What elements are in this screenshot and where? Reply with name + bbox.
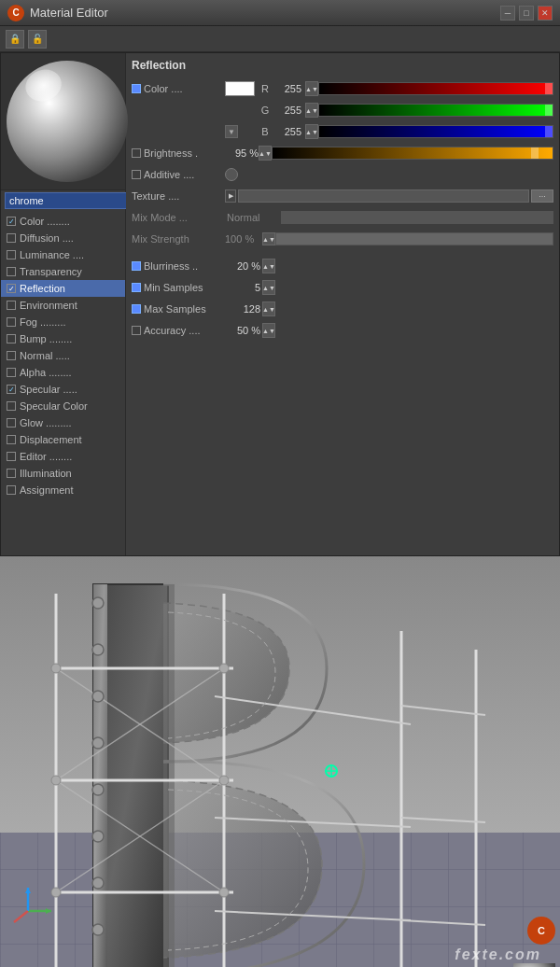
channel-fog[interactable]: Fog ......... (1, 314, 125, 330)
channel-assignment-check[interactable] (7, 485, 16, 495)
channel-normal-check[interactable] (7, 351, 16, 360)
left-panel: ◀ ▶ ● ✓ Color ........ Diffusion .... Lu… (1, 53, 126, 555)
mix-strength-bar[interactable] (275, 232, 553, 245)
channel-luminance-label: Luminance .... (20, 249, 119, 260)
channel-specular-color[interactable]: Specular Color (1, 398, 125, 414)
b-value: 255 (272, 126, 305, 137)
channel-normal[interactable]: Normal ..... (1, 347, 125, 364)
b-slider[interactable] (318, 125, 553, 138)
channel-glow[interactable]: Glow ......... (1, 414, 125, 431)
material-name-input[interactable] (5, 192, 143, 209)
g-label: G (259, 105, 272, 116)
svg-point-22 (51, 776, 61, 785)
channel-reflection-label: Reflection (20, 283, 119, 294)
brightness-label: Brightness . (132, 147, 225, 159)
mix-mode-value: Normal (225, 212, 281, 223)
svg-point-32 (92, 877, 104, 889)
channel-glow-check[interactable] (7, 418, 16, 427)
maximize-button[interactable]: □ (519, 6, 534, 21)
accuracy-check[interactable] (132, 326, 141, 335)
svg-marker-41 (25, 888, 31, 893)
blue-row: ▼ B 255 ▲▼ (132, 122, 553, 141)
channel-reflection-check[interactable]: ✓ (7, 284, 16, 293)
texture-arrow[interactable]: ▶ (225, 189, 236, 203)
channel-luminance-check[interactable] (7, 250, 16, 259)
section-title-reflection: Reflection (132, 59, 553, 74)
channel-assignment[interactable]: Assignment (1, 482, 125, 498)
channel-fog-check[interactable] (7, 317, 16, 327)
channel-editor[interactable]: Editor ........ (1, 448, 125, 465)
channel-diffusion-check[interactable] (7, 233, 16, 243)
blurriness-row: Blurriness .. 20 % ▲▼ (132, 257, 553, 275)
channel-environment-check[interactable] (7, 301, 16, 310)
channel-diffusion-label: Diffusion .... (20, 232, 119, 244)
svg-point-26 (92, 597, 104, 609)
window-controls[interactable]: ─ □ ✕ (500, 6, 553, 21)
accuracy-spinner[interactable]: ▲▼ (262, 323, 275, 338)
max-samples-check[interactable] (132, 304, 141, 314)
brightness-value: 95 % (225, 147, 259, 159)
viewport[interactable]: C fexte.com 中国3D打印网 www.3Ddayin.net chro… (0, 556, 560, 967)
texture-bar[interactable] (238, 189, 529, 203)
blurriness-spinner[interactable]: ▲▼ (262, 259, 275, 273)
minimize-button[interactable]: ─ (500, 6, 515, 21)
additive-row: Additive .... (132, 165, 553, 184)
channel-illumination-check[interactable] (7, 469, 16, 478)
svg-point-29 (92, 737, 104, 749)
mix-mode-label: Mix Mode ... (132, 212, 225, 223)
lock-icon[interactable]: 🔒 (6, 30, 24, 49)
channel-alpha[interactable]: Alpha ........ (1, 364, 125, 381)
channel-displacement-check[interactable] (7, 435, 16, 444)
svg-line-39 (14, 911, 28, 922)
min-samples-spinner[interactable]: ▲▼ (262, 280, 275, 295)
channel-diffusion[interactable]: Diffusion .... (1, 230, 125, 246)
channel-bump[interactable]: Bump ........ (1, 330, 125, 347)
color-check[interactable] (132, 84, 141, 93)
channel-illumination[interactable]: Illumination (1, 465, 125, 482)
channel-specular-color-check[interactable] (7, 401, 16, 411)
mix-strength-spinner[interactable]: ▲▼ (262, 232, 275, 245)
max-samples-row: Max Samples 128 ▲▼ (132, 300, 553, 318)
g-slider[interactable] (318, 104, 553, 117)
channel-editor-check[interactable] (7, 452, 16, 461)
channel-displacement[interactable]: Displacement (1, 431, 125, 448)
channel-color-check[interactable]: ✓ (7, 217, 16, 226)
max-samples-spinner[interactable]: ▲▼ (262, 301, 275, 316)
channel-color[interactable]: ✓ Color ........ (1, 213, 125, 230)
channel-specular-check[interactable]: ✓ (7, 385, 16, 394)
min-samples-label: Min Samples (132, 282, 225, 293)
b-label: B (259, 126, 272, 137)
channel-specular[interactable]: ✓ Specular ..... (1, 381, 125, 398)
additive-toggle[interactable] (225, 168, 238, 181)
b-spinner[interactable]: ▲▼ (305, 124, 318, 139)
channel-transparency-check[interactable] (7, 267, 16, 276)
channel-bump-label: Bump ........ (20, 333, 119, 344)
g-spinner[interactable]: ▲▼ (305, 103, 318, 118)
additive-check[interactable] (132, 170, 141, 179)
channel-luminance[interactable]: Luminance .... (1, 246, 125, 263)
svg-point-28 (92, 691, 104, 702)
channel-specular-color-label: Specular Color (20, 400, 119, 412)
channel-alpha-label: Alpha ........ (20, 367, 119, 378)
texture-options[interactable]: ··· (531, 189, 553, 203)
channel-reflection[interactable]: ✓ Reflection (1, 280, 125, 297)
lock2-icon[interactable]: 🔓 (28, 30, 47, 49)
mix-mode-bar (281, 211, 553, 224)
blurriness-check[interactable] (132, 261, 141, 271)
green-row: G 255 ▲▼ (132, 101, 553, 119)
channel-transparency[interactable]: Transparency (1, 263, 125, 280)
close-button[interactable]: ✕ (538, 6, 553, 21)
channel-assignment-label: Assignment (20, 484, 119, 496)
channel-displacement-label: Displacement (20, 434, 119, 445)
brightness-check[interactable] (132, 148, 141, 158)
blurriness-label: Blurriness .. (132, 260, 225, 272)
brightness-slider[interactable] (272, 147, 553, 160)
channel-environment[interactable]: Environment (1, 297, 125, 314)
channel-alpha-check[interactable] (7, 368, 16, 377)
r-spinner[interactable]: ▲▼ (305, 81, 318, 96)
brightness-spinner[interactable]: ▲▼ (259, 146, 272, 161)
channel-bump-check[interactable] (7, 334, 16, 343)
color-swatch[interactable] (225, 81, 255, 96)
r-slider[interactable] (318, 82, 553, 95)
min-samples-check[interactable] (132, 283, 141, 292)
